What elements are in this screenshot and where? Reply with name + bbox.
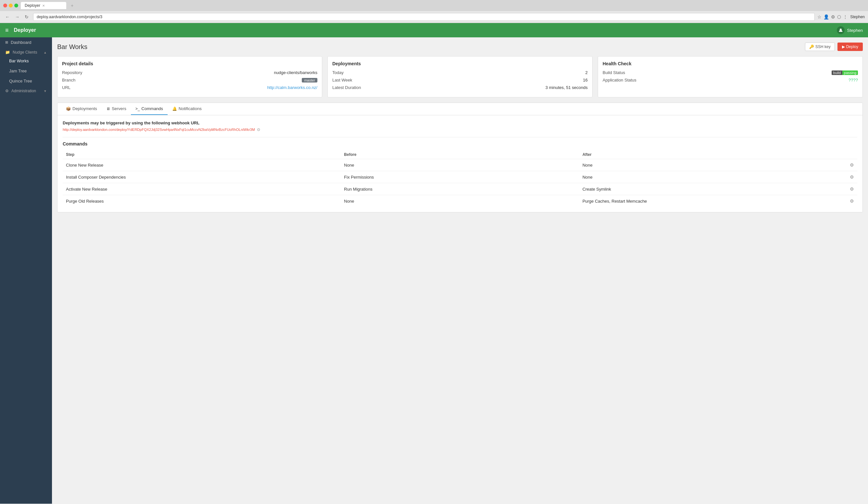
browser-titlebar: Deployer ✕ + (0, 0, 868, 11)
col-header-after: After (579, 150, 818, 159)
sidebar-section-administration[interactable]: ⚙ Administration ▼ (0, 86, 52, 94)
sidebar-nudge-clients-label: Nudge Clients (13, 50, 37, 54)
repository-row: Repository nudge-clients/barworks (62, 70, 317, 75)
sidebar-section-nudge-clients[interactable]: 📁 Nudge Clients ▲ (0, 48, 52, 56)
url-value[interactable]: http://calm.barworks.co.nz/ (267, 85, 317, 90)
servers-tab-icon: 🖥 (106, 106, 110, 111)
today-label: Today (332, 70, 344, 75)
app-header-right: Stephen (837, 26, 863, 34)
cmd-settings-button[interactable]: ⚙ (850, 162, 854, 168)
url-label: URL (62, 85, 71, 90)
close-dot[interactable] (3, 3, 7, 8)
new-tab-button[interactable]: + (69, 2, 75, 9)
settings-icon[interactable]: ⚙ (831, 14, 835, 20)
webhook-url-row: http://deploy.aardvarklondon.com/deploy/… (63, 127, 857, 132)
maximize-dot[interactable] (14, 3, 18, 8)
hamburger-icon[interactable]: ≡ (5, 27, 9, 34)
tabs-panel: 📦 Deployments 🖥 Servers >_ Commands 🔔 No… (57, 103, 863, 212)
browser-nav: ← → ↻ (3, 14, 31, 20)
cmd-settings-button[interactable]: ⚙ (850, 186, 854, 192)
user-name: Stephen (847, 28, 863, 33)
sidebar-item-jam-tree[interactable]: Jam Tree (0, 66, 52, 76)
app-header: ≡ Deployer Stephen (0, 23, 868, 37)
application-status-label: Application Status (602, 77, 637, 83)
build-status-row: Build Status build passing (602, 70, 858, 75)
sidebar-item-dashboard[interactable]: ⊞ Dashboard (0, 37, 52, 48)
tab-notifications[interactable]: 🔔 Notifications (168, 103, 206, 115)
forward-button[interactable]: → (13, 14, 21, 20)
sidebar-item-quince-tree[interactable]: Quince Tree (0, 76, 52, 86)
cmd-action: ⚙ (818, 195, 857, 207)
table-row: Clone New Release None None ⚙ (63, 159, 857, 171)
tab-deployments[interactable]: 📦 Deployments (61, 103, 102, 115)
browser-tab[interactable]: Deployer ✕ (21, 2, 66, 9)
ssh-key-button[interactable]: 🔑 SSH key (805, 43, 835, 51)
avatar (837, 26, 845, 34)
cmd-step: Install Composer Dependencies (63, 171, 341, 183)
copy-icon[interactable]: ⊙ (257, 127, 260, 132)
administration-arrow-icon: ▼ (43, 89, 47, 93)
header-actions: 🔑 SSH key ▶ Deploy (805, 43, 863, 51)
build-badge: build passing (831, 71, 858, 75)
webhook-title: Deployments may be triggered by using th… (63, 120, 857, 125)
extensions-icon[interactable]: ⬡ (837, 14, 841, 20)
account-icon[interactable]: 👤 (824, 14, 829, 20)
tab-servers[interactable]: 🖥 Servers (102, 103, 131, 115)
page-title: Bar Works (57, 43, 87, 51)
content: Bar Works 🔑 SSH key ▶ Deploy Project de (52, 37, 868, 504)
tab-commands[interactable]: >_ Commands (131, 103, 168, 115)
cmd-settings-button[interactable]: ⚙ (850, 175, 854, 180)
address-bar[interactable]: deploy.aardvarklondon.com/projects/3 (33, 13, 815, 21)
tab-commands-label: Commands (141, 106, 163, 111)
back-button[interactable]: ← (3, 14, 12, 20)
col-header-step: Step (63, 150, 341, 159)
browser-icons: ☆ 👤 ⚙ ⬡ ⋮ (817, 14, 848, 20)
sidebar-item-bar-works[interactable]: Bar Works (0, 56, 52, 66)
tab-close-icon[interactable]: ✕ (42, 4, 45, 8)
cmd-after: None (579, 159, 818, 171)
webhook-url-text[interactable]: http://deploy.aardvarklondon.com/deploy/… (63, 128, 255, 132)
refresh-button[interactable]: ↻ (23, 14, 31, 20)
health-check-title: Health Check (602, 61, 858, 66)
col-header-action (818, 150, 857, 159)
deploy-button[interactable]: ▶ Deploy (837, 43, 863, 51)
table-row: Purge Old Releases None Purge Caches, Re… (63, 195, 857, 207)
last-week-value: 16 (583, 77, 588, 83)
cards-row: Project details Repository nudge-clients… (57, 56, 863, 97)
commands-title: Commands (63, 141, 857, 146)
menu-icon[interactable]: ⋮ (843, 14, 848, 20)
tab-servers-label: Servers (112, 106, 126, 111)
table-header-row: Step Before After (63, 150, 857, 159)
cmd-before: Run Migrations (341, 183, 579, 195)
minimize-dot[interactable] (9, 3, 13, 8)
bookmark-icon[interactable]: ☆ (817, 14, 822, 20)
cmd-settings-button[interactable]: ⚙ (850, 198, 854, 203)
deployments-tab-icon: 📦 (66, 106, 71, 111)
tab-title: Deployer (25, 3, 40, 8)
content-header: Bar Works 🔑 SSH key ▶ Deploy (57, 43, 863, 51)
cmd-after: Create Symlink (579, 183, 818, 195)
cmd-action: ⚙ (818, 183, 857, 195)
cmd-step: Purge Old Releases (63, 195, 341, 207)
browser-chrome: Deployer ✕ + ← → ↻ deploy.aardvarklondon… (0, 0, 868, 23)
today-row: Today 2 (332, 70, 588, 75)
webhook-divider (63, 137, 857, 137)
notifications-tab-icon: 🔔 (172, 106, 177, 111)
cmd-action: ⚙ (818, 159, 857, 171)
build-badge-label: build (831, 71, 842, 75)
commands-table-body: Clone New Release None None ⚙ Install Co… (63, 159, 857, 207)
deploy-icon: ▶ (842, 44, 845, 49)
sidebar-administration-label: Administration (11, 89, 36, 93)
key-icon: 🔑 (809, 44, 814, 49)
app-header-left: ≡ Deployer (5, 27, 36, 34)
sidebar-dashboard-label: Dashboard (11, 40, 31, 45)
commands-tab-icon: >_ (135, 106, 140, 111)
today-value: 2 (585, 70, 588, 75)
tab-deployments-label: Deployments (72, 106, 97, 111)
col-header-before: Before (341, 150, 579, 159)
health-check-card: Health Check Build Status build passing … (598, 56, 863, 97)
dashboard-icon: ⊞ (5, 40, 8, 44)
build-badge-status: passing (842, 71, 858, 75)
branch-value: master (302, 78, 317, 83)
project-details-title: Project details (62, 61, 317, 66)
